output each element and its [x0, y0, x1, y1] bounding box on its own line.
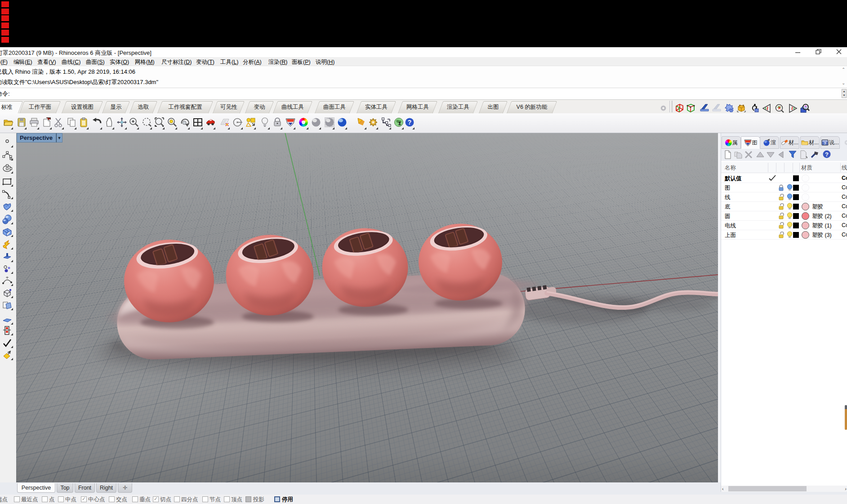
svg-text:?: ? — [408, 119, 412, 126]
